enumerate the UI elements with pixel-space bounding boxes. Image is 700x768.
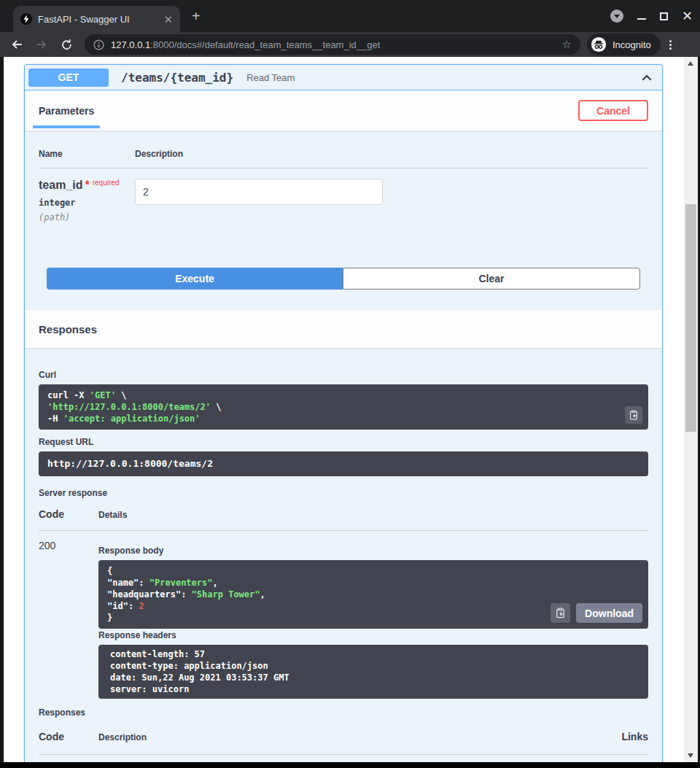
forward-button[interactable] <box>32 38 51 51</box>
request-url-block: http://127.0.0.1:8000/teams/2 <box>39 451 648 476</box>
download-button[interactable]: Download <box>576 603 642 623</box>
server-response-code-header: Code <box>39 508 98 520</box>
browser-chrome: FastAPI - Swagger UI ✕ + ✕ 127.0.0.1:800… <box>0 0 700 57</box>
responses-title: Responses <box>39 323 97 335</box>
response-headers-label: Response headers <box>98 630 648 640</box>
response-body-label: Response body <box>98 546 648 556</box>
param-location: (path) <box>39 212 135 222</box>
incognito-label: Incognito <box>612 39 651 50</box>
execute-button[interactable]: Execute <box>47 268 343 290</box>
request-url-label: Request URL <box>39 437 648 447</box>
responses-description-header: Description <box>98 732 621 742</box>
copy-curl-button[interactable] <box>625 406 642 424</box>
bookmark-star-icon[interactable]: ☆ <box>562 38 572 51</box>
responses-links-header: Links <box>621 731 648 742</box>
minimize-button[interactable] <box>637 18 646 20</box>
cancel-button[interactable]: Cancel <box>578 100 648 121</box>
param-type: integer <box>39 198 135 208</box>
responses-section-header: Responses <box>25 310 662 348</box>
active-tab-underline <box>33 125 100 128</box>
incognito-badge: Incognito <box>587 34 661 55</box>
responses-table-title: Responses <box>39 707 648 718</box>
opblock-get-teams: GET /teams/{team_id} Read Team Parameter… <box>24 64 663 762</box>
endpoint-summary: Read Team <box>246 72 295 83</box>
team-id-input[interactable] <box>135 179 383 205</box>
back-button[interactable] <box>7 38 26 51</box>
response-headers-block: content-length: 57content-type: applicat… <box>98 645 648 699</box>
browser-toolbar: 127.0.0.1:8000/docs#/default/read_team_t… <box>0 32 700 57</box>
clear-button[interactable]: Clear <box>343 268 640 290</box>
new-tab-button[interactable]: + <box>192 9 201 23</box>
parameter-row: team_id*required integer (path) <box>39 179 648 222</box>
maximize-button[interactable] <box>660 12 668 20</box>
url-bar[interactable]: 127.0.0.1:8000/docs#/default/read_team_t… <box>85 34 580 55</box>
parameters-body: Name Description team_id*required intege… <box>25 131 662 310</box>
response-body-block[interactable]: { "name": "Preventers", "headquarters": … <box>98 560 648 629</box>
browser-tab[interactable]: FastAPI - Swagger UI ✕ <box>13 6 180 32</box>
tab-strip: FastAPI - Swagger UI ✕ + ✕ <box>0 0 700 32</box>
method-badge: GET <box>28 69 109 87</box>
copy-response-button[interactable] <box>551 603 570 623</box>
window-bottom-edge <box>0 762 700 768</box>
scrollbar-up-arrow[interactable] <box>688 61 693 66</box>
responses-code-header: Code <box>39 731 98 742</box>
curl-block[interactable]: curl -X 'GET' \ 'http://127.0.0.1:8000/t… <box>39 384 648 430</box>
endpoint-path: /teams/{team_id} <box>121 71 233 85</box>
update-indicator-icon[interactable] <box>610 9 623 23</box>
page-scrollbar[interactable] <box>684 57 698 762</box>
scrollbar-thumb[interactable] <box>685 204 696 432</box>
param-name-header: Name <box>39 149 135 159</box>
reload-button[interactable] <box>57 39 76 51</box>
param-description-header: Description <box>135 149 183 159</box>
browser-menu-button[interactable] <box>669 40 672 50</box>
status-code: 200 <box>39 540 98 699</box>
fastapi-favicon-icon <box>20 13 32 25</box>
required-label: required <box>93 179 120 187</box>
endpoint-summary-row[interactable]: GET /teams/{team_id} Read Team <box>25 65 662 90</box>
server-response-row: 200 Response body { "name": "Preventers"… <box>39 540 648 699</box>
url-path: :8000/docs#/default/read_team_teams__tea… <box>150 39 380 50</box>
swagger-page: GET /teams/{team_id} Read Team Parameter… <box>4 57 684 762</box>
url-host: 127.0.0.1 <box>111 39 150 50</box>
parameters-section-header: Parameters Cancel <box>25 90 662 131</box>
param-name: team_id*required <box>39 179 135 192</box>
execute-button-group: Execute Clear <box>47 268 640 290</box>
incognito-icon <box>591 36 607 53</box>
server-response-label: Server response <box>39 488 648 498</box>
collapse-chevron-icon[interactable] <box>639 70 654 85</box>
curl-label: Curl <box>39 370 648 380</box>
parameters-tab-label: Parameters <box>39 105 94 117</box>
responses-body: Curl curl -X 'GET' \ 'http://127.0.0.1:8… <box>25 348 662 762</box>
close-window-button[interactable]: ✕ <box>682 11 693 21</box>
tab-parameters[interactable]: Parameters <box>39 90 94 131</box>
server-response-details-header: Details <box>98 510 127 520</box>
required-asterisk: * <box>85 179 89 191</box>
url-text[interactable]: 127.0.0.1:8000/docs#/default/read_team_t… <box>111 39 556 50</box>
tab-close-icon[interactable]: ✕ <box>163 14 173 25</box>
tab-title: FastAPI - Swagger UI <box>38 14 158 25</box>
scrollbar-down-arrow[interactable] <box>688 753 693 758</box>
site-info-icon[interactable] <box>93 39 104 50</box>
